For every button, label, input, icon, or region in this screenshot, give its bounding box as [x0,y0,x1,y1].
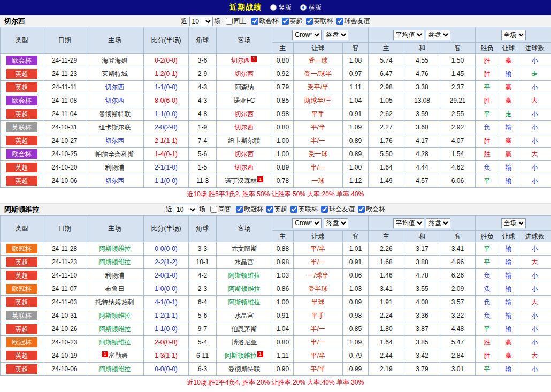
home-team-link[interactable]: 帕纳辛奈科斯 [96,150,134,158]
away-team-link[interactable]: 纽卡斯尔联 [228,137,261,144]
home-team-link[interactable]: 海登海姆 [102,57,128,64]
ah-away-odds: 0.99 [343,363,369,376]
league-checkbox[interactable]: 欧会杯 [355,205,385,214]
checkbox[interactable] [251,18,258,25]
checkbox[interactable] [358,206,365,213]
home-team-link[interactable]: 切尔西 [105,137,125,144]
away-team-link[interactable]: 切尔西 [231,57,250,64]
layout-radio-vertical[interactable]: 竖版 [270,3,292,12]
competition-badge: 欧冠杯 [6,337,37,347]
away-team-link[interactable]: 水晶宫 [235,258,254,266]
corner-count: 1-5 [189,161,217,174]
league-checkbox[interactable]: 英超 [263,205,287,214]
away-team-link[interactable]: 切尔西 [235,124,254,131]
home-team-link[interactable]: 阿斯顿维拉 [99,312,131,319]
eu-away-odds: 1.50 [440,54,476,67]
home-team-link[interactable]: 阿斯顿维拉 [99,325,131,333]
result-goals: 小 [518,134,551,148]
home-team-link[interactable]: 阿斯顿维拉 [99,339,131,346]
average-select[interactable]: 平均值 [393,30,424,40]
league-checkbox[interactable]: 欧会杯 [248,17,279,26]
euro-time-select[interactable]: 终盘 [426,30,450,40]
home-team-link[interactable]: 切尔西 [105,83,125,91]
away-team-link[interactable]: 诺丁汉森林 [225,177,257,185]
asian-time-select[interactable]: 终盘 [324,218,348,228]
result-handicap: 输 [499,67,518,81]
away-team-link[interactable]: 阿森纳 [235,83,254,91]
away-team-link[interactable]: 阿斯顿维拉 [228,272,261,279]
eu-home-odds: 3.41 [369,282,404,296]
away-team-link[interactable]: 尤文图斯 [232,245,257,252]
away-team-link[interactable]: 阿斯顿维拉 [228,298,261,306]
result-wdl: 胜 [476,67,499,81]
checkbox[interactable] [321,206,328,213]
euro-time-select[interactable]: 终盘 [426,218,450,228]
match-count-select[interactable]: 10 [174,205,197,214]
checkbox[interactable] [236,206,243,213]
team-section-chelsea: 切尔西 近 10 场 同主 欧会杯英超英联杯球会友谊 类型 日期 主场 比分(半… [0,15,551,201]
away-team-link[interactable]: 阿斯顿维拉 [228,285,261,293]
asian-time-select[interactable]: 终盘 [324,30,348,40]
match-row: 英超 24-10-20 利物浦 2-1(1-0) 1-5 切尔西 0.89 半/… [1,161,551,174]
away-team-link[interactable]: 切尔西 [235,150,254,158]
corner-count: 4-2 [189,269,217,282]
away-team-link[interactable]: 诺亚FC [234,97,255,104]
checkbox[interactable] [336,18,343,25]
result-handicap: 输 [499,174,518,188]
home-team-link[interactable]: 阿斯顿维拉 [99,365,131,373]
scope-select[interactable]: 全场 [501,218,526,228]
away-team-link[interactable]: 伯恩茅斯 [232,325,257,333]
corner-count: 4-8 [189,107,217,121]
home-team-link[interactable]: 托特纳姆热刺 [96,298,134,306]
red-card-badge: 1 [257,176,263,182]
home-team-link[interactable]: 阿斯顿维拉 [99,258,131,266]
match-count-select[interactable]: 10 [189,17,213,26]
checkbox[interactable] [266,206,273,213]
home-team-link[interactable]: 莱斯特城 [102,70,128,78]
home-team-link[interactable]: 阿斯顿维拉 [99,245,131,252]
scope-select[interactable]: 全场 [501,30,526,40]
average-select[interactable]: 平均值 [393,218,424,228]
league-checkbox[interactable]: 英超 [279,17,303,26]
home-team-link[interactable]: 切尔西 [105,97,125,104]
league-checkbox[interactable]: 球会友谊 [318,205,355,214]
league-checkbox[interactable]: 英联杯 [303,17,333,26]
checkbox[interactable] [226,18,233,25]
results-body: 欧冠杯 24-11-28 阿斯顿维拉 0-0(0-0) 3-3 尤文图斯 0.8… [1,242,551,376]
league-checkbox[interactable]: 欧冠杯 [233,205,263,214]
checkbox[interactable] [306,18,313,25]
same-venue-checkbox[interactable]: 同客 [207,205,231,214]
home-team-link[interactable]: 纽卡斯尔联 [99,124,131,131]
league-filters: 欧会杯英超英联杯球会友谊 [248,17,370,26]
away-team-link[interactable]: 阿斯顿维拉 [225,352,257,359]
sub-eu-away: 客 [440,231,476,242]
score-halftime: 2-0(2-0) [144,121,189,134]
home-team-link[interactable]: 利物浦 [105,272,125,279]
league-checkbox[interactable]: 球会友谊 [333,17,370,26]
corner-count: 6-11 [189,349,217,363]
away-team-link[interactable]: 切尔西 [235,164,254,171]
home-team-link[interactable]: 利物浦 [105,164,125,171]
home-team-link[interactable]: 布鲁日 [105,285,125,293]
checkbox[interactable] [282,18,289,25]
league-checkbox[interactable]: 英联杯 [287,205,318,214]
away-team-link[interactable]: 水晶宫 [235,312,254,319]
bookmaker-select[interactable]: Crow* [292,218,322,228]
table-head: 类型 日期 主场 比分(半场) 角球 客场 Crow* 终盘 平均值 终盘 全场 [1,216,551,242]
home-team-link[interactable]: 切尔西 [105,177,125,185]
checkbox[interactable] [210,206,217,213]
home-team-link[interactable]: 富勒姆 [109,352,128,359]
match-row: 英超 24-10-19 1富勒姆 1-3(1-1) 6-11 阿斯顿维拉1 1.… [1,349,551,363]
same-venue-checkbox[interactable]: 同主 [223,17,247,26]
away-team-link[interactable]: 曼彻斯特联 [228,365,261,373]
eu-away-odds: 2.55 [440,107,476,121]
checkbox[interactable] [290,206,297,213]
away-team-link[interactable]: 博洛尼亚 [232,339,257,346]
eu-draw-odds: 13.08 [404,94,440,107]
away-team-link[interactable]: 切尔西 [235,70,254,78]
match-date: 24-10-27 [43,134,86,148]
bookmaker-select[interactable]: Crow* [292,30,322,40]
layout-radio-horizontal[interactable]: 横版 [300,3,322,12]
away-team-link[interactable]: 切尔西 [235,110,254,118]
home-team-link[interactable]: 曼彻斯特联 [99,110,131,118]
